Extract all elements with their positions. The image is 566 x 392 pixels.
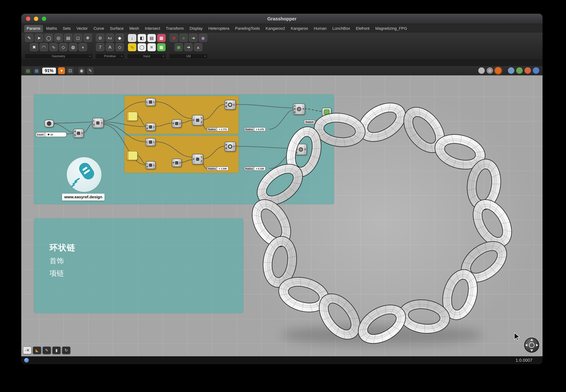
chain-render-preview [21,75,541,356]
remote-tool[interactable]: ▮ [52,347,61,354]
data-dam-icon[interactable]: ▣ [174,43,183,51]
green-view-icon[interactable] [516,68,523,74]
null-item-icon[interactable]: ✖ [30,43,38,51]
tree-icon[interactable]: ♣ [179,34,188,42]
canvas-mini-toolbar: -✕ ◣ ✎ ▮ ↻ [23,347,70,354]
preview-off-icon[interactable]: ⊘ [487,68,493,74]
expand-icon[interactable]: + [163,55,164,58]
menu-tab[interactable]: Heteroptera [206,25,232,32]
diamond-icon[interactable]: ◇ [59,43,68,51]
titlebar[interactable]: Grasshopper [21,14,543,24]
value-list-icon[interactable]: ≡ [147,43,156,51]
menu-tab[interactable]: Human [311,25,329,32]
menu-tab[interactable]: Mesh [127,25,142,32]
ribbon-group-util: ✿ ♣ ➜ ◉ ▣ ➜ ▲ Util + [167,32,209,59]
circle-icon[interactable]: ◯ [45,34,53,42]
wire-tool[interactable]: ✎ [43,347,51,354]
menu-tab[interactable]: Vector [74,25,90,32]
gradient-icon[interactable]: ▦ [157,34,166,42]
zoom-level[interactable]: 91% [42,68,56,74]
history-tool[interactable]: ↻ [62,347,70,354]
menu-tab[interactable]: Curve [91,25,107,32]
donut-icon[interactable]: ◍ [69,43,77,51]
number-icon[interactable]: 0.1 [105,34,114,42]
half-shape-icon[interactable]: ◖ [78,43,87,51]
ribbon-group-input: ↓ ◧ ▤ ▦ ∿ ◯ ≡ ▦ Input + [126,32,167,59]
import-icon[interactable]: ↓ [128,34,136,42]
arc-icon[interactable]: ◠ [40,43,48,51]
polygon-icon[interactable]: ◆ [115,34,124,42]
mesh-frame-icon[interactable]: ❄ [83,34,92,42]
cluster-icon[interactable]: ◉ [199,34,207,42]
minimize-window-icon[interactable] [34,17,38,21]
surface-icon[interactable]: ▤ [64,34,73,42]
graph-mapper-icon[interactable]: ∿ [128,43,136,51]
domain-icon[interactable]: ◇ [115,43,124,51]
new-file-icon[interactable]: ▤ [25,67,31,74]
ribbon-group-label[interactable]: Util + [169,54,207,58]
menu-tab[interactable]: LunchBox [330,25,353,32]
document-preview-icon[interactable] [533,68,539,74]
maximize-window-icon[interactable] [42,17,46,21]
colour-picker-icon[interactable]: ▦ [157,43,166,51]
integer-icon[interactable]: 7 [96,43,104,51]
torus-icon[interactable]: ◎ [54,34,63,42]
box-icon[interactable]: ◻ [74,34,82,42]
paint-tool[interactable]: ◣ [33,347,41,354]
orange-view-icon[interactable] [524,68,531,74]
traffic-lights [26,14,46,24]
menu-tab[interactable]: Elefront [353,25,372,32]
ribbon-divider [21,59,543,66]
curve-icon[interactable]: ∿ [49,43,58,51]
menu-tab[interactable]: Display [187,25,205,32]
grasshopper-window: Grasshopper ParamsMathsSetsVectorCurveSu… [21,14,543,364]
zoom-dropdown-icon[interactable]: ▾ [58,67,65,74]
pointer-icon[interactable]: ➤ [35,34,43,42]
named-view-tool[interactable]: -✕ [23,347,31,354]
menu-tabbar: ParamsMathsSetsVectorCurveSurfaceMeshInt… [21,24,543,32]
menu-tab[interactable]: Maths [44,25,60,32]
menu-tab[interactable]: Magnetizing_FPG [373,25,410,32]
mouse-cursor [514,333,521,341]
save-file-icon[interactable]: ▦ [33,67,40,74]
ribbon-group-label[interactable]: Input + [128,54,166,58]
expand-icon[interactable]: + [204,55,206,58]
preview-eye-icon[interactable]: ◉ [78,67,85,74]
ribbon-group-primitive: ⊘ 0.1 ◆ 7 A ◇ Primitive + [94,32,126,59]
expand-icon[interactable]: + [121,55,122,58]
cone-icon[interactable]: ▲ [194,43,203,51]
knob-icon[interactable]: ◯ [137,43,146,51]
jump-icon[interactable]: ➜ [184,43,193,51]
toolbar-divider [76,68,76,73]
blue-view-icon[interactable] [508,68,514,74]
menu-tab[interactable]: Surface [107,25,126,32]
notes-icon[interactable]: ▤ [147,34,156,42]
expand-icon[interactable]: + [89,55,90,58]
navigation-ball[interactable] [524,337,540,353]
menu-tab[interactable]: Intersect [142,25,163,32]
cherry-picker-icon[interactable]: ✿ [169,34,178,42]
menu-tab[interactable]: PanelingTools [233,25,262,32]
version-label: 1.0.0007 [516,358,532,363]
gh-canvas[interactable]: NSStFALLLPLPZPYZNRCLLLPLPZPYZNRCCREPCREP… [21,75,543,356]
wireframe-preview-icon[interactable] [478,68,485,74]
menu-tab[interactable]: Kangaroo2 [263,25,288,32]
panel-icon[interactable]: ◧ [137,34,146,42]
status-info-icon[interactable] [24,358,29,363]
relay-icon[interactable]: ➜ [189,34,198,42]
close-window-icon[interactable] [26,17,30,21]
menu-tab[interactable]: Params [24,25,43,32]
sketch-tool-icon[interactable]: ✎ [87,67,94,74]
zoom-extents-icon[interactable]: ⊡ [67,67,74,74]
window-title: Grasshopper [267,16,297,22]
null-icon[interactable]: ⊘ [96,34,104,42]
menu-tab[interactable]: Sets [60,25,73,32]
menu-tab[interactable]: Kangaroo [288,25,311,32]
text-icon[interactable]: A [105,43,114,51]
component-ribbon: ✎ ➤ ◯ ◎ ▤ ◻ ❄ ✖ ◠ ∿ ◇ ◍ ◖ Geometry + ⊘ 0… [21,32,543,59]
curve-pen-icon[interactable]: ✎ [25,34,34,42]
ribbon-group-label[interactable]: Primitive + [96,54,124,58]
menu-tab[interactable]: Transform [163,25,186,32]
ribbon-group-label[interactable]: Geometry + [25,54,92,58]
shaded-preview-icon[interactable] [495,68,501,74]
